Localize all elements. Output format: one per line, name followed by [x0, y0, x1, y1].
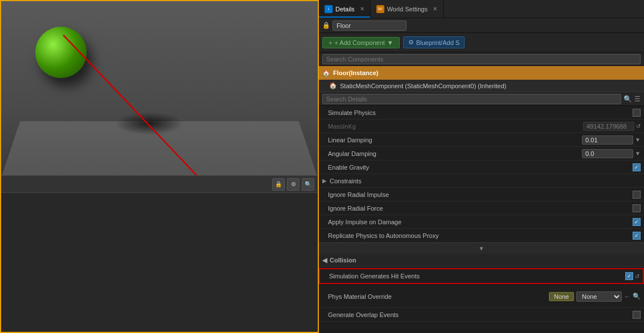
phys-material-select[interactable]: None — [576, 291, 622, 302]
viewport-content — [1, 193, 318, 332]
tab-bar: i Details ✕ W World Settings ✕ — [319, 0, 644, 18]
scroll-down-icon[interactable]: ▼ — [479, 245, 485, 252]
sim-generates-arrow[interactable]: ↺ — [635, 273, 639, 279]
floor-instance-icon: 🏠 — [322, 69, 330, 77]
phys-material-back-btn[interactable]: ← — [624, 293, 630, 300]
world-settings-tab-icon: W — [376, 5, 384, 13]
mass-in-kg-row: MassInKg ↺ — [319, 120, 644, 133]
linear-damping-arrow[interactable]: ▼ — [635, 137, 641, 143]
simulate-physics-row: Simulate Physics — [319, 106, 644, 120]
search-components-bar — [319, 52, 644, 66]
properties-area: Simulate Physics MassInKg ↺ Linear Dampi… — [319, 106, 644, 333]
add-component-dropdown-arrow: ▼ — [387, 39, 393, 46]
phys-material-search-btn[interactable]: 🔍 — [633, 293, 641, 300]
search-details-input[interactable] — [322, 94, 621, 104]
sphere-object — [35, 27, 87, 78]
enable-gravity-value — [633, 163, 641, 171]
constraints-expand-icon[interactable]: ▶ — [322, 178, 327, 184]
angular-damping-row: Angular Damping ▼ — [319, 147, 644, 161]
lock-button[interactable]: 🔒 — [272, 178, 285, 191]
viewport-toolbar-controls: 🔒 ⚙ 🔍 — [1, 176, 318, 193]
generate-overlap-value — [633, 311, 641, 319]
scroll-indicator: ▼ — [319, 242, 644, 254]
details-tab-icon: i — [325, 5, 333, 13]
tab-details[interactable]: i Details ✕ — [319, 0, 371, 18]
generate-overlap-checkbox[interactable] — [633, 311, 641, 319]
floor-instance-row[interactable]: 🏠 Floor(Instance) — [319, 66, 644, 80]
replicate-physics-checkbox[interactable] — [633, 232, 641, 240]
add-component-button[interactable]: + + Add Component ▼ — [322, 37, 400, 48]
viewport-settings-button[interactable]: ⚙ — [287, 178, 300, 191]
angular-damping-input[interactable] — [582, 149, 633, 158]
enable-gravity-row: Enable Gravity — [319, 161, 644, 174]
collision-expand-icon[interactable]: ◀ — [322, 257, 327, 264]
angular-damping-arrow[interactable]: ▼ — [635, 150, 641, 157]
collision-header[interactable]: ◀ Collision — [319, 254, 644, 266]
filter-button[interactable]: ☰ — [634, 95, 641, 103]
search-details-bar: 🔍 ☰ — [319, 92, 644, 106]
tab-world-settings[interactable]: W World Settings ✕ — [371, 0, 444, 18]
none-dropdown: None — [576, 291, 622, 302]
add-component-bar: + + Add Component ▼ ⚙ Blueprint/Add S — [319, 33, 644, 52]
mass-reset-icon[interactable]: ↺ — [636, 123, 641, 129]
collision-section: ◀ Collision — [319, 254, 644, 267]
lock-icon: 🔒 — [322, 22, 330, 30]
details-panel: i Details ✕ W World Settings ✕ 🔒 + + Add… — [319, 0, 644, 333]
details-tab-close[interactable]: ✕ — [360, 6, 364, 12]
replicate-physics-value — [633, 232, 641, 240]
apply-impulse-value — [633, 218, 641, 226]
world-settings-tab-close[interactable]: ✕ — [433, 6, 437, 12]
enable-gravity-checkbox[interactable] — [633, 163, 641, 171]
simulate-physics-checkbox[interactable] — [633, 109, 641, 117]
ignore-radial-force-value — [633, 204, 641, 212]
scene-view — [1, 1, 318, 178]
ignore-radial-impulse-checkbox[interactable] — [633, 191, 641, 199]
sim-generates-checkbox[interactable] — [625, 272, 633, 280]
linear-damping-value: ▼ — [582, 135, 641, 145]
sphere-shadow — [115, 112, 183, 135]
add-icon: + — [329, 39, 332, 46]
phys-material-row: Phys Material Override None None ← 🔍 — [319, 285, 644, 308]
viewport-bottom-toolbar: 🔒 ⚙ 🔍 — [1, 175, 318, 332]
search-details-button[interactable]: 🔍 — [624, 95, 632, 103]
ignore-radial-force-row: Ignore Radial Force — [319, 202, 644, 215]
apply-impulse-checkbox[interactable] — [633, 218, 641, 226]
search-components-input[interactable] — [322, 54, 641, 64]
ignore-radial-force-checkbox[interactable] — [633, 204, 641, 212]
floor-bar: 🔒 — [319, 18, 644, 33]
mass-input[interactable] — [583, 122, 634, 131]
linear-damping-row: Linear Damping ▼ — [319, 133, 644, 147]
replicate-physics-row: Replicate Physics to Autonomous Proxy — [319, 229, 644, 242]
blueprint-add-button[interactable]: ⚙ Blueprint/Add S — [403, 36, 465, 48]
simulate-physics-value — [633, 109, 641, 117]
generate-overlap-events-row: Generate Overlap Events — [319, 308, 644, 322]
viewport-search-button[interactable]: 🔍 — [302, 178, 314, 191]
sim-generates-value: ↺ — [625, 272, 639, 280]
phys-material-none-btn[interactable]: None — [549, 292, 574, 301]
linear-damping-input[interactable] — [582, 135, 633, 145]
static-mesh-row[interactable]: 🏠 StaticMeshComponent (StaticMeshCompone… — [319, 80, 644, 92]
blueprint-icon: ⚙ — [408, 39, 414, 46]
ignore-radial-impulse-value — [633, 191, 641, 199]
constraints-row[interactable]: ▶ Constraints — [319, 174, 644, 188]
ignore-radial-impulse-row: Ignore Radial Impulse — [319, 188, 644, 202]
static-mesh-icon: 🏠 — [329, 82, 337, 89]
phys-material-controls: None None ← 🔍 — [549, 291, 641, 302]
simulation-generates-hit-events-row: Simulation Generates Hit Events ↺ — [319, 268, 644, 284]
floor-name-input[interactable] — [333, 20, 407, 31]
apply-impulse-on-damage-row: Apply Impulse on Damage — [319, 215, 644, 229]
angular-damping-value: ▼ — [582, 149, 641, 158]
mass-value: ↺ — [583, 122, 641, 131]
viewport[interactable]: 🔒 ⚙ 🔍 — [0, 0, 319, 333]
